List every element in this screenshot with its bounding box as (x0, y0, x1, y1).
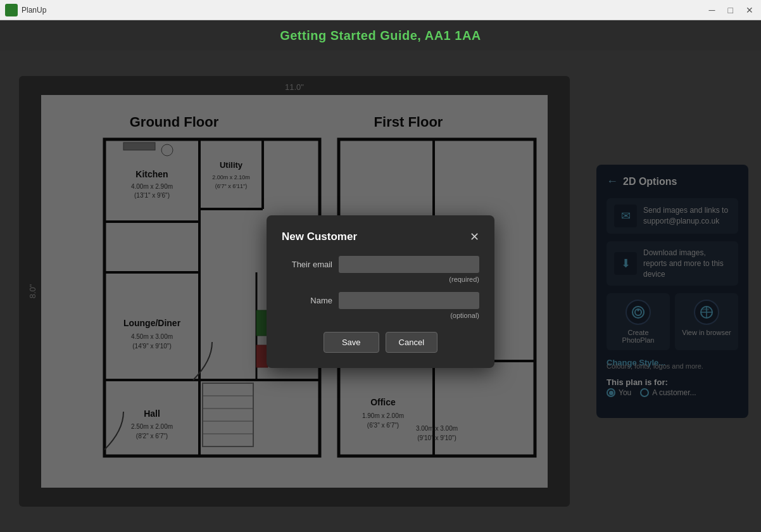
name-field-group: Name (optional) (282, 292, 479, 319)
name-row: Name (282, 292, 479, 309)
maximize-button[interactable]: □ (726, 5, 736, 15)
app-name: PlanUp (22, 6, 46, 15)
email-input[interactable] (339, 256, 479, 273)
close-button[interactable]: ✕ (743, 5, 756, 15)
modal-header: New Customer ✕ (282, 231, 479, 243)
save-button[interactable]: Save (324, 332, 379, 353)
modal-close-button[interactable]: ✕ (470, 231, 479, 243)
titlebar-controls: ─ □ ✕ (707, 5, 756, 15)
modal-overlay[interactable]: New Customer ✕ Their email (required) Na… (0, 51, 761, 532)
titlebar-left: PlanUp (5, 4, 46, 16)
email-row: Their email (282, 256, 479, 273)
name-label: Name (282, 296, 332, 305)
minimize-button[interactable]: ─ (707, 5, 718, 15)
new-customer-modal: New Customer ✕ Their email (required) Na… (267, 215, 494, 368)
main-content: 11.0" 8.0" Ground Floor First Floor (0, 51, 761, 532)
modal-actions: Save Cancel (282, 332, 479, 353)
app-logo (5, 4, 18, 16)
email-hint: (required) (282, 276, 479, 283)
name-input[interactable] (339, 292, 479, 309)
modal-title: New Customer (282, 231, 357, 243)
titlebar: PlanUp ─ □ ✕ (0, 0, 761, 20)
name-hint: (optional) (282, 312, 479, 319)
email-label: Their email (282, 260, 332, 269)
app-header: Getting Started Guide, AA1 1AA (0, 20, 761, 51)
email-field-group: Their email (required) (282, 256, 479, 283)
header-title: Getting Started Guide, AA1 1AA (280, 28, 481, 43)
cancel-button[interactable]: Cancel (386, 332, 437, 353)
